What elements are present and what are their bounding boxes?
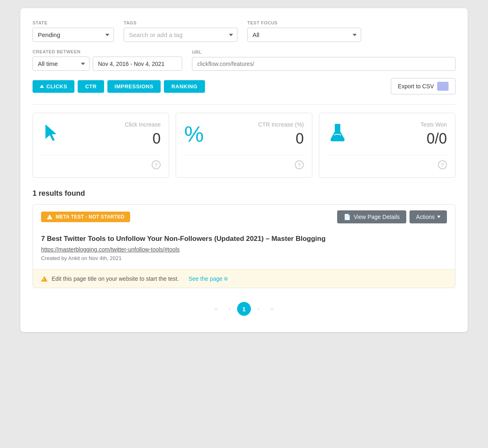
stat-card-ctr-top: % CTR Increase (%) 0 — [184, 121, 304, 150]
test-card-body: 7 Best Twitter Tools to Unfollow Your No… — [33, 229, 455, 269]
stat-info-ctr: CTR Increase (%) 0 — [210, 121, 304, 147]
tags-label: TAGS — [124, 20, 237, 25]
stat-card-tests: Tests Won 0/0 ? — [319, 113, 455, 178]
created-filter-group: CREATED BETWEEN All time Last 7 days Las… — [33, 49, 182, 71]
stat-info-tests: Tests Won 0/0 — [354, 121, 447, 147]
focus-filter-group: TEST FOCUS All Title Meta Description — [247, 20, 361, 42]
export-file-icon — [437, 82, 449, 91]
pagination-first-button[interactable]: « — [210, 303, 222, 315]
help-icon-clicks[interactable]: ? — [152, 160, 161, 169]
actions-caret-icon — [437, 216, 440, 218]
stat-value-tests: 0/0 — [427, 130, 447, 147]
export-csv-button[interactable]: Export to CSV — [391, 78, 455, 94]
stats-row: Click Increase 0 ? % CTR Increase (%) 0 … — [33, 113, 455, 178]
stat-card-ctr: % CTR Increase (%) 0 ? — [176, 113, 312, 178]
stat-card-clicks: Click Increase 0 ? — [33, 113, 169, 178]
results-found: 1 results found — [33, 189, 455, 198]
cursor-icon — [41, 123, 61, 146]
stat-label-tests: Tests Won — [420, 121, 447, 128]
stat-card-clicks-bottom: ? — [41, 155, 161, 169]
stat-value-ctr: 0 — [296, 130, 304, 147]
test-url-link[interactable]: https://masterblogging.com/twitter-unfol… — [41, 246, 447, 253]
stat-card-tests-top: Tests Won 0/0 — [327, 121, 447, 150]
test-card-actions: 📄 View Page Details Actions — [337, 210, 447, 223]
see-page-label: See the page — [189, 275, 222, 282]
test-warning-banner: Edit this page title on your website to … — [33, 269, 455, 288]
stat-card-clicks-top: Click Increase 0 — [41, 121, 161, 150]
stat-info-clicks: Click Increase 0 — [68, 121, 161, 147]
sort-buttons-group: CLICKS CTR IMPRESSIONS RANKING — [33, 80, 205, 93]
export-label: Export to CSV — [398, 83, 434, 90]
flask-icon — [327, 123, 348, 146]
focus-label: TEST FOCUS — [247, 20, 361, 25]
url-label: URL — [192, 50, 455, 55]
sort-row: CLICKS CTR IMPRESSIONS RANKING Export to… — [33, 78, 455, 94]
test-badge-label: META TEST - NOT STARTED — [56, 214, 124, 220]
date-range-input[interactable] — [93, 57, 182, 71]
help-icon-ctr[interactable]: ? — [295, 160, 304, 169]
created-label: CREATED BETWEEN — [33, 49, 182, 54]
pagination-prev-button[interactable]: ‹ — [224, 303, 235, 315]
state-filter-group: STATE Pending Active Completed Archived — [33, 20, 114, 42]
test-status-badge: META TEST - NOT STARTED — [41, 212, 130, 222]
warning-triangle-icon — [41, 276, 48, 282]
filters-row-1: STATE Pending Active Completed Archived … — [33, 20, 455, 42]
url-filter-group: URL — [192, 50, 455, 71]
stat-card-tests-bottom: ? — [327, 155, 447, 169]
test-meta: Created by Ankit on Nov 4th, 2021 — [41, 255, 447, 261]
stat-value-clicks: 0 — [152, 130, 161, 147]
sort-clicks-button[interactable]: CLICKS — [33, 80, 74, 93]
percent-icon: % — [184, 123, 204, 145]
state-select[interactable]: Pending Active Completed Archived — [33, 28, 114, 42]
actions-button[interactable]: Actions — [410, 210, 447, 223]
sort-ctr-button[interactable]: CTR — [78, 80, 104, 93]
tags-select[interactable]: Search or add a tag — [124, 28, 237, 42]
state-label: STATE — [33, 20, 114, 25]
stat-label-ctr: CTR Increase (%) — [258, 121, 304, 128]
badge-warning-icon — [47, 214, 52, 219]
doc-icon: 📄 — [344, 214, 351, 220]
divider — [33, 104, 455, 105]
view-details-label: View Page Details — [354, 214, 400, 220]
filters-row-2: CREATED BETWEEN All time Last 7 days Las… — [33, 49, 455, 71]
sort-ranking-button[interactable]: RANKING — [164, 80, 205, 93]
pagination: « ‹ 1 › » — [33, 298, 455, 320]
created-time-select[interactable]: All time Last 7 days Last 30 days — [33, 57, 89, 71]
url-input[interactable] — [192, 57, 455, 71]
sort-impressions-button[interactable]: IMPRESSIONS — [107, 80, 161, 93]
sort-up-arrow-icon — [40, 85, 44, 88]
tags-filter-group: TAGS Search or add a tag — [124, 20, 237, 42]
pagination-page-1-button[interactable]: 1 — [237, 302, 251, 316]
see-page-link[interactable]: See the page ⧉ — [189, 275, 228, 282]
stat-label-clicks: Click Increase — [125, 121, 161, 128]
test-title: 7 Best Twitter Tools to Unfollow Your No… — [41, 235, 447, 243]
test-card: META TEST - NOT STARTED 📄 View Page Deta… — [33, 204, 455, 288]
warning-text: Edit this page title on your website to … — [52, 275, 179, 282]
stat-card-ctr-bottom: ? — [184, 155, 304, 169]
main-container: STATE Pending Active Completed Archived … — [20, 8, 468, 332]
pagination-next-button[interactable]: › — [253, 303, 264, 315]
focus-select[interactable]: All Title Meta Description — [247, 28, 361, 42]
help-icon-tests[interactable]: ? — [438, 160, 447, 169]
actions-label: Actions — [416, 214, 435, 220]
pagination-last-button[interactable]: » — [266, 303, 278, 315]
external-link-icon: ⧉ — [224, 276, 228, 282]
view-page-details-button[interactable]: 📄 View Page Details — [337, 210, 406, 223]
test-card-header: META TEST - NOT STARTED 📄 View Page Deta… — [33, 205, 455, 229]
